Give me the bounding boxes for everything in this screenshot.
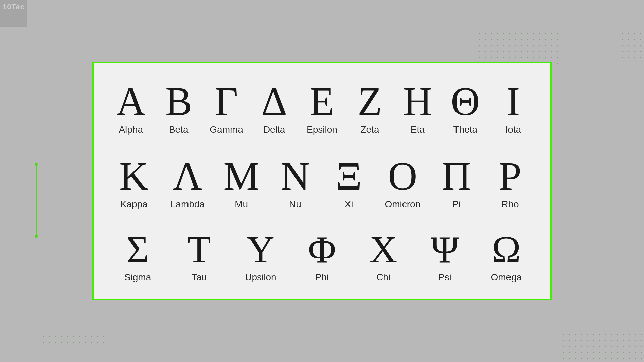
letter-kappa: Κ Kappa [107, 154, 161, 210]
omega-symbol: Ω [492, 229, 521, 271]
omicron-symbol: Ο [388, 154, 417, 198]
letter-gamma: Γ Gamma [203, 79, 250, 135]
background: 10Tac Α Alpha Β Beta Γ [0, 0, 644, 362]
letter-mu: Μ Mu [215, 154, 268, 210]
tau-symbol: Τ [187, 229, 211, 271]
alpha-symbol: Α [116, 79, 146, 124]
dot-grid-bottomright [560, 295, 644, 362]
kappa-label: Kappa [120, 199, 148, 210]
upsilon-symbol: Υ [247, 229, 274, 271]
letter-phi: Φ Phi [291, 229, 353, 283]
zeta-symbol: Ζ [358, 79, 382, 124]
eta-symbol: Η [403, 79, 432, 124]
sigma-symbol: Σ [126, 229, 149, 271]
pi-symbol: Π [442, 154, 471, 198]
letter-omega: Ω Omega [476, 229, 537, 283]
phi-symbol: Φ [308, 229, 336, 271]
xi-label: Xi [345, 199, 353, 210]
lambda-symbol: Λ [173, 154, 202, 198]
letter-delta: Δ Delta [250, 79, 298, 135]
iota-label: Iota [505, 124, 521, 135]
mu-symbol: Μ [223, 154, 259, 198]
dot-grid-topleft [476, 0, 577, 67]
theta-symbol: Θ [451, 79, 480, 124]
symbols-row-1: Α Alpha Β Beta Γ Gamma Δ Delta [107, 79, 537, 135]
xi-symbol: Ξ [336, 154, 362, 198]
gamma-symbol: Γ [215, 79, 238, 124]
alpha-label: Alpha [119, 124, 143, 135]
epsilon-symbol: Ε [310, 79, 334, 124]
omega-label: Omega [491, 272, 522, 283]
green-dot-bottom [35, 235, 38, 238]
psi-label: Psi [438, 272, 451, 283]
upsilon-label: Upsilon [245, 272, 276, 283]
letter-theta: Θ Theta [441, 79, 489, 135]
letter-eta: Η Eta [394, 79, 441, 135]
epsilon-label: Epsilon [307, 124, 337, 135]
letter-omicron: Ο Omicron [376, 154, 429, 210]
letter-tau: Τ Tau [168, 229, 230, 283]
letter-sigma: Σ Sigma [107, 229, 168, 283]
letter-chi: Χ Chi [353, 229, 414, 283]
green-line-left [36, 164, 37, 238]
mu-label: Mu [235, 199, 248, 210]
omicron-label: Omicron [385, 199, 420, 210]
letter-lambda: Λ Lambda [161, 154, 214, 210]
delta-label: Delta [263, 124, 285, 135]
letter-beta: Β Beta [155, 79, 202, 135]
nu-symbol: Ν [281, 154, 310, 198]
dot-grid-topright [577, 0, 644, 60]
symbols-row-3: Σ Sigma Τ Tau Υ Upsilon Φ Phi [107, 229, 537, 283]
green-dot-top [35, 163, 38, 166]
phi-label: Phi [315, 272, 329, 283]
delta-symbol: Δ [261, 79, 287, 124]
letter-zeta: Ζ Zeta [346, 79, 393, 135]
greek-row-2: Κ Kappa Λ Lambda Μ Mu Ν Nu [107, 154, 537, 210]
watermark-text: 10Tac [3, 3, 25, 11]
rho-symbol: Ρ [499, 154, 522, 198]
letter-epsilon: Ε Epsilon [298, 79, 346, 135]
gamma-label: Gamma [210, 124, 243, 135]
letter-nu: Ν Nu [268, 154, 322, 210]
letter-psi: Ψ Psi [414, 229, 476, 283]
symbols-row-2: Κ Kappa Λ Lambda Μ Mu Ν Nu [107, 154, 537, 210]
chi-symbol: Χ [370, 229, 397, 271]
tau-label: Tau [192, 272, 207, 283]
iota-symbol: Ι [506, 79, 520, 124]
greek-row-1: Α Alpha Β Beta Γ Gamma Δ Delta [107, 79, 537, 135]
beta-label: Beta [169, 124, 189, 135]
greek-row-3: Σ Sigma Τ Tau Υ Upsilon Φ Phi [107, 229, 537, 283]
letter-xi: Ξ Xi [322, 154, 376, 210]
letter-alpha: Α Alpha [107, 79, 155, 135]
theta-label: Theta [453, 124, 478, 135]
beta-symbol: Β [165, 79, 192, 124]
nu-label: Nu [289, 199, 301, 210]
sigma-label: Sigma [124, 272, 151, 283]
letter-iota: Ι Iota [489, 79, 537, 135]
letter-upsilon: Υ Upsilon [230, 229, 291, 283]
eta-label: Eta [411, 124, 425, 135]
greek-alphabet-card: Α Alpha Β Beta Γ Gamma Δ Delta [92, 62, 552, 300]
kappa-symbol: Κ [119, 154, 149, 198]
letter-pi: Π Pi [430, 154, 483, 210]
chi-label: Chi [376, 272, 390, 283]
letter-rho: Ρ Rho [483, 154, 537, 210]
psi-symbol: Ψ [431, 229, 459, 271]
lambda-label: Lambda [171, 199, 205, 210]
zeta-label: Zeta [360, 124, 379, 135]
pi-label: Pi [452, 199, 461, 210]
rho-label: Rho [501, 199, 519, 210]
